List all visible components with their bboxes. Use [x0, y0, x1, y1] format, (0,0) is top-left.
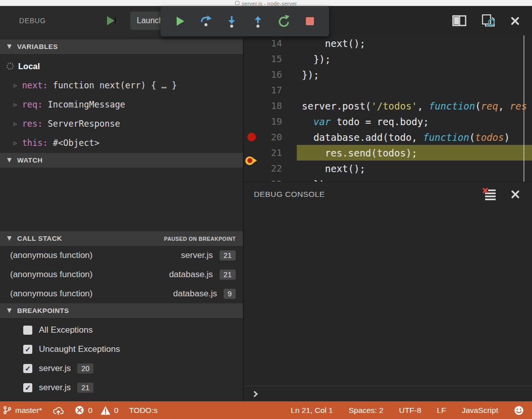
- close-editor-button[interactable]: [510, 16, 520, 26]
- window-title: server.js - node-server: [242, 1, 297, 6]
- step-over-icon: [199, 15, 212, 28]
- line-number: 22: [259, 163, 282, 174]
- code-line[interactable]: 22 next();: [244, 161, 532, 176]
- split-editor-button[interactable]: [452, 15, 467, 26]
- code-line-current[interactable]: 21 res.send(todos);: [244, 145, 532, 161]
- code-token: todos: [475, 132, 504, 143]
- line-number: 18: [259, 100, 282, 111]
- todo-item[interactable]: TODO:s: [129, 406, 158, 415]
- breakpoints-section-header[interactable]: BREAKPOINTS: [0, 303, 243, 318]
- code-token: next();: [302, 163, 365, 174]
- editor-group: 14 next(); 15 }); 16 }); 17: [243, 6, 532, 401]
- scope-row[interactable]: Local: [0, 57, 243, 76]
- code-line[interactable]: 18 server.post('/todos', function(req, r…: [244, 98, 532, 114]
- breakpoint-row[interactable]: server.js 20: [0, 359, 243, 378]
- indentation-item[interactable]: Spaces: 2: [349, 406, 384, 415]
- call-stack-section-header[interactable]: CALL STACK PAUSED ON BREAKPOINT: [0, 231, 243, 246]
- expand-icon: [14, 121, 17, 127]
- breakpoint-row[interactable]: All Exceptions: [0, 321, 243, 340]
- encoding-item[interactable]: UTF-8: [399, 406, 421, 415]
- stop-button[interactable]: [302, 14, 317, 29]
- indentation-label: Spaces: 2: [349, 406, 384, 415]
- errors-count: 0: [88, 406, 92, 415]
- code-line[interactable]: 19 var todo = req.body;: [244, 114, 532, 129]
- debug-console-header: DEBUG CONSOLE: [244, 182, 532, 206]
- line-number: 20: [259, 132, 282, 142]
- smiley-icon: [514, 405, 524, 415]
- stack-frame-row[interactable]: (anonymous function) database.js 9: [0, 284, 243, 303]
- breakpoint-checkbox[interactable]: [23, 364, 32, 373]
- restart-icon: [277, 15, 291, 28]
- variables-section-header[interactable]: VARIABLES: [0, 39, 243, 54]
- code-line[interactable]: 17: [244, 82, 532, 98]
- sync-item[interactable]: [52, 406, 64, 415]
- problems-item[interactable]: 0 0: [75, 405, 118, 415]
- clear-console-button[interactable]: [482, 188, 497, 201]
- variable-row[interactable]: req: IncomingMessage: [0, 95, 243, 114]
- language-mode-item[interactable]: JavaScript: [462, 406, 498, 415]
- debug-console-input[interactable]: [244, 386, 532, 401]
- debug-console-output[interactable]: [244, 206, 532, 386]
- status-bar-right: Ln 21, Col 1 Spaces: 2 UTF-8 LF JavaScri…: [275, 405, 524, 415]
- breakpoint-label: Uncaught Exceptions: [39, 344, 120, 354]
- breakpoint-label: server.js: [39, 363, 71, 374]
- code-line[interactable]: 16 });: [244, 67, 532, 82]
- restart-button[interactable]: [276, 14, 291, 29]
- breakpoints-title: BREAKPOINTS: [17, 307, 69, 315]
- watch-list[interactable]: [0, 168, 243, 231]
- continue-icon: [173, 15, 186, 28]
- frame-line-badge: 21: [220, 250, 236, 260]
- breakpoint-row[interactable]: server.js 21: [0, 378, 243, 397]
- breakpoint-checkbox[interactable]: [23, 383, 32, 392]
- code-token: ,: [417, 100, 429, 112]
- breakpoint-checkbox[interactable]: [23, 345, 32, 354]
- stop-icon: [303, 15, 316, 28]
- split-editor-icon: [452, 15, 467, 26]
- code-line[interactable]: 23 });: [244, 176, 532, 182]
- git-branch-item[interactable]: master*: [3, 405, 42, 415]
- open-preview-button[interactable]: [481, 14, 497, 28]
- close-console-button[interactable]: [511, 190, 520, 199]
- branch-label: master*: [15, 406, 42, 415]
- variable-row[interactable]: next: function next(err) { … }: [0, 76, 243, 95]
- stack-frame-row[interactable]: (anonymous function) database.js 21: [0, 265, 243, 284]
- twisty-icon: [7, 44, 12, 49]
- code-token: ,: [498, 100, 510, 112]
- breakpoint-row[interactable]: Uncaught Exceptions: [0, 340, 243, 359]
- code-editor[interactable]: 14 next(); 15 }); 16 }); 17: [244, 35, 532, 182]
- expand-icon: [14, 140, 17, 146]
- line-number: 15: [259, 54, 282, 64]
- breakpoint-icon[interactable]: [247, 133, 256, 141]
- code-line[interactable]: 14 next();: [244, 35, 532, 51]
- step-into-button[interactable]: [224, 14, 239, 29]
- console-prompt-icon: [251, 391, 258, 397]
- breakpoint-checkbox[interactable]: [23, 326, 32, 335]
- code-token: res.send(todos);: [302, 147, 417, 159]
- start-debug-button[interactable]: [107, 16, 116, 25]
- debug-actions-toolbar[interactable]: [161, 6, 329, 36]
- stack-frame-row[interactable]: (anonymous function) server.js 21: [0, 246, 243, 265]
- step-over-button[interactable]: [198, 14, 214, 29]
- warnings-icon: [100, 406, 111, 415]
- variable-value: #<Object>: [53, 138, 99, 148]
- variables-list: Local next: function next(err) { … } req…: [0, 54, 243, 153]
- line-number: 14: [259, 38, 282, 48]
- cursor-position-item[interactable]: Ln 21, Col 1: [291, 406, 333, 415]
- feedback-item[interactable]: [514, 405, 524, 415]
- frame-file: database.js: [169, 270, 213, 280]
- step-out-button[interactable]: [250, 14, 265, 29]
- breakpoint-line-badge: 21: [77, 383, 93, 393]
- variable-row[interactable]: res: ServerResponse: [0, 114, 243, 133]
- breakpoint-gutter[interactable]: [244, 133, 259, 141]
- continue-button[interactable]: [172, 14, 187, 29]
- variable-row[interactable]: this: #<Object>: [0, 133, 243, 152]
- watch-section-header[interactable]: WATCH: [0, 153, 243, 168]
- frame-name: (anonymous function): [10, 250, 181, 260]
- pause-reason-label: PAUSED ON BREAKPOINT: [164, 236, 236, 242]
- debug-sidebar: DEBUG Launch VARIABLES Local next: funct…: [0, 6, 243, 401]
- scope-label: Local: [18, 62, 40, 71]
- eol-item[interactable]: LF: [437, 406, 446, 415]
- code-line[interactable]: 20 database.add(todo, function(todos): [244, 129, 532, 145]
- breakpoint-line-badge: 20: [77, 363, 93, 374]
- code-line[interactable]: 15 });: [244, 51, 532, 67]
